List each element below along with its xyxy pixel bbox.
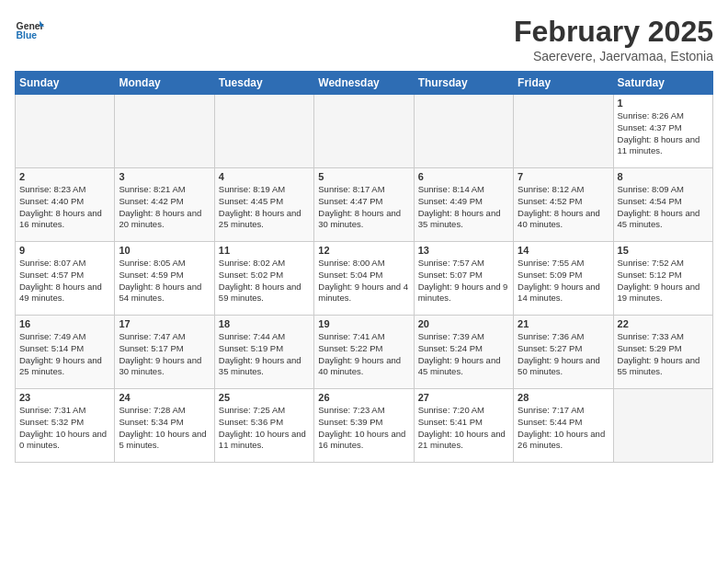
day-info: Sunrise: 7:55 AM Sunset: 5:09 PM Dayligh… — [518, 258, 609, 304]
day-info: Sunrise: 7:17 AM Sunset: 5:44 PM Dayligh… — [518, 405, 609, 452]
day-number: 17 — [119, 318, 210, 329]
day-info: Sunrise: 7:49 AM Sunset: 5:14 PM Dayligh… — [19, 331, 110, 378]
day-number: 25 — [219, 392, 310, 403]
calendar-cell: 1Sunrise: 8:26 AM Sunset: 4:37 PM Daylig… — [613, 95, 712, 168]
day-info: Sunrise: 8:05 AM Sunset: 4:59 PM Dayligh… — [119, 258, 210, 304]
title-block: February 2025 Saerevere, Jaervamaa, Esto… — [514, 15, 713, 63]
week-row-2: 2Sunrise: 8:23 AM Sunset: 4:40 PM Daylig… — [16, 168, 713, 242]
calendar-cell: 6Sunrise: 8:14 AM Sunset: 4:49 PM Daylig… — [414, 168, 513, 242]
day-number: 5 — [318, 171, 409, 182]
day-info: Sunrise: 7:44 AM Sunset: 5:19 PM Dayligh… — [219, 331, 310, 378]
calendar-header-row: SundayMondayTuesdayWednesdayThursdayFrid… — [16, 72, 713, 95]
calendar-cell: 23Sunrise: 7:31 AM Sunset: 5:32 PM Dayli… — [16, 389, 115, 463]
subtitle: Saerevere, Jaervamaa, Estonia — [514, 49, 713, 63]
day-info: Sunrise: 8:00 AM Sunset: 5:04 PM Dayligh… — [318, 258, 409, 304]
header-cell-sunday: Sunday — [16, 72, 115, 95]
day-info: Sunrise: 7:57 AM Sunset: 5:07 PM Dayligh… — [418, 258, 509, 304]
day-number: 10 — [119, 245, 210, 256]
header-cell-monday: Monday — [115, 72, 214, 95]
calendar-cell: 10Sunrise: 8:05 AM Sunset: 4:59 PM Dayli… — [115, 242, 214, 316]
day-info: Sunrise: 7:41 AM Sunset: 5:22 PM Dayligh… — [318, 331, 409, 378]
calendar-cell: 19Sunrise: 7:41 AM Sunset: 5:22 PM Dayli… — [314, 316, 414, 389]
calendar-cell: 5Sunrise: 8:17 AM Sunset: 4:47 PM Daylig… — [314, 168, 414, 242]
day-number: 27 — [418, 392, 509, 403]
calendar-cell: 4Sunrise: 8:19 AM Sunset: 4:45 PM Daylig… — [214, 168, 313, 242]
day-info: Sunrise: 8:09 AM Sunset: 4:54 PM Dayligh… — [618, 184, 709, 231]
calendar-cell: 24Sunrise: 7:28 AM Sunset: 5:34 PM Dayli… — [115, 389, 214, 463]
calendar-cell: 2Sunrise: 8:23 AM Sunset: 4:40 PM Daylig… — [16, 168, 115, 242]
day-number: 24 — [119, 392, 210, 403]
day-info: Sunrise: 8:26 AM Sunset: 4:37 PM Dayligh… — [618, 110, 709, 157]
calendar-cell: 25Sunrise: 7:25 AM Sunset: 5:36 PM Dayli… — [214, 389, 313, 463]
day-info: Sunrise: 8:14 AM Sunset: 4:49 PM Dayligh… — [418, 184, 509, 231]
day-info: Sunrise: 7:36 AM Sunset: 5:27 PM Dayligh… — [518, 331, 609, 378]
day-info: Sunrise: 8:07 AM Sunset: 4:57 PM Dayligh… — [19, 258, 110, 304]
header-cell-thursday: Thursday — [414, 72, 513, 95]
calendar-cell: 15Sunrise: 7:52 AM Sunset: 5:12 PM Dayli… — [613, 242, 712, 316]
calendar-body: 1Sunrise: 8:26 AM Sunset: 4:37 PM Daylig… — [16, 95, 713, 463]
day-info: Sunrise: 7:28 AM Sunset: 5:34 PM Dayligh… — [119, 405, 210, 452]
calendar-cell: 9Sunrise: 8:07 AM Sunset: 4:57 PM Daylig… — [16, 242, 115, 316]
calendar-cell: 28Sunrise: 7:17 AM Sunset: 5:44 PM Dayli… — [514, 389, 613, 463]
day-number: 16 — [19, 318, 110, 329]
day-number: 13 — [418, 245, 509, 256]
day-info: Sunrise: 8:23 AM Sunset: 4:40 PM Dayligh… — [19, 184, 110, 231]
day-number: 11 — [219, 245, 310, 256]
logo: General Blue — [15, 15, 44, 44]
day-number: 1 — [618, 98, 709, 109]
day-number: 12 — [318, 245, 409, 256]
day-number: 18 — [219, 318, 310, 329]
calendar-cell: 11Sunrise: 8:02 AM Sunset: 5:02 PM Dayli… — [214, 242, 313, 316]
day-info: Sunrise: 7:39 AM Sunset: 5:24 PM Dayligh… — [418, 331, 509, 378]
svg-text:Blue: Blue — [17, 30, 38, 40]
calendar-cell — [214, 95, 313, 168]
calendar-cell: 18Sunrise: 7:44 AM Sunset: 5:19 PM Dayli… — [214, 316, 313, 389]
day-number: 20 — [418, 318, 509, 329]
page-header: General Blue February 2025 Saerevere, Ja… — [15, 15, 713, 63]
header-cell-wednesday: Wednesday — [314, 72, 414, 95]
day-info: Sunrise: 8:02 AM Sunset: 5:02 PM Dayligh… — [219, 258, 310, 304]
day-number: 26 — [318, 392, 409, 403]
day-number: 9 — [19, 245, 110, 256]
day-info: Sunrise: 7:52 AM Sunset: 5:12 PM Dayligh… — [618, 258, 709, 304]
day-number: 6 — [418, 171, 509, 182]
calendar-cell: 8Sunrise: 8:09 AM Sunset: 4:54 PM Daylig… — [613, 168, 712, 242]
day-number: 3 — [119, 171, 210, 182]
calendar-cell: 17Sunrise: 7:47 AM Sunset: 5:17 PM Dayli… — [115, 316, 214, 389]
calendar-cell: 16Sunrise: 7:49 AM Sunset: 5:14 PM Dayli… — [16, 316, 115, 389]
day-info: Sunrise: 7:33 AM Sunset: 5:29 PM Dayligh… — [618, 331, 709, 378]
day-info: Sunrise: 7:25 AM Sunset: 5:36 PM Dayligh… — [219, 405, 310, 452]
calendar-cell: 12Sunrise: 8:00 AM Sunset: 5:04 PM Dayli… — [314, 242, 414, 316]
day-info: Sunrise: 7:23 AM Sunset: 5:39 PM Dayligh… — [318, 405, 409, 452]
day-info: Sunrise: 7:31 AM Sunset: 5:32 PM Dayligh… — [19, 405, 110, 452]
calendar-cell: 3Sunrise: 8:21 AM Sunset: 4:42 PM Daylig… — [115, 168, 214, 242]
week-row-4: 16Sunrise: 7:49 AM Sunset: 5:14 PM Dayli… — [16, 316, 713, 389]
calendar-cell: 22Sunrise: 7:33 AM Sunset: 5:29 PM Dayli… — [613, 316, 712, 389]
calendar-cell: 13Sunrise: 7:57 AM Sunset: 5:07 PM Dayli… — [414, 242, 513, 316]
calendar-cell — [314, 95, 414, 168]
calendar-table: SundayMondayTuesdayWednesdayThursdayFrid… — [15, 71, 713, 463]
day-info: Sunrise: 8:21 AM Sunset: 4:42 PM Dayligh… — [119, 184, 210, 231]
calendar-cell: 26Sunrise: 7:23 AM Sunset: 5:39 PM Dayli… — [314, 389, 414, 463]
day-number: 4 — [219, 171, 310, 182]
calendar-cell: 21Sunrise: 7:36 AM Sunset: 5:27 PM Dayli… — [514, 316, 613, 389]
day-number: 22 — [618, 318, 709, 329]
day-number: 28 — [518, 392, 609, 403]
day-number: 14 — [518, 245, 609, 256]
main-title: February 2025 — [514, 15, 713, 49]
calendar-cell — [613, 389, 712, 463]
calendar-cell: 14Sunrise: 7:55 AM Sunset: 5:09 PM Dayli… — [514, 242, 613, 316]
header-cell-tuesday: Tuesday — [214, 72, 313, 95]
day-number: 8 — [618, 171, 709, 182]
logo-icon: General Blue — [15, 15, 44, 44]
calendar-cell — [514, 95, 613, 168]
day-info: Sunrise: 8:17 AM Sunset: 4:47 PM Dayligh… — [318, 184, 409, 231]
day-number: 23 — [19, 392, 110, 403]
calendar-cell — [16, 95, 115, 168]
week-row-1: 1Sunrise: 8:26 AM Sunset: 4:37 PM Daylig… — [16, 95, 713, 168]
day-info: Sunrise: 7:47 AM Sunset: 5:17 PM Dayligh… — [119, 331, 210, 378]
header-cell-saturday: Saturday — [613, 72, 712, 95]
day-number: 21 — [518, 318, 609, 329]
day-number: 7 — [518, 171, 609, 182]
calendar-cell: 7Sunrise: 8:12 AM Sunset: 4:52 PM Daylig… — [514, 168, 613, 242]
